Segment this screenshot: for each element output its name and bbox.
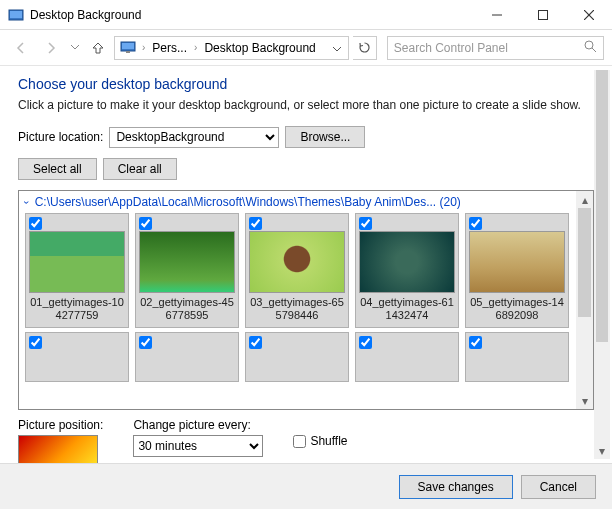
picture-thumbnail[interactable] <box>469 231 565 293</box>
cancel-button[interactable]: Cancel <box>521 475 596 499</box>
picture-checkbox[interactable] <box>249 336 262 349</box>
forward-button <box>38 35 64 61</box>
search-icon <box>584 40 597 56</box>
title-bar: Desktop Background <box>0 0 612 30</box>
picture-checkbox[interactable] <box>29 217 42 230</box>
content-scrollbar[interactable]: ▴ ▾ <box>594 70 610 459</box>
picture-item[interactable]: 01_gettyimages-104277759 <box>25 213 129 328</box>
picture-thumbnail[interactable] <box>249 231 345 293</box>
svg-rect-1 <box>10 11 22 18</box>
picture-checkbox[interactable] <box>29 336 42 349</box>
picture-item[interactable]: 02_gettyimages-456778595 <box>135 213 239 328</box>
svg-point-9 <box>585 41 593 49</box>
picture-item[interactable]: 03_gettyimages-655798446 <box>245 213 349 328</box>
svg-rect-3 <box>539 10 548 19</box>
content-area: ▴ ▾ Choose your desktop background Click… <box>0 66 612 463</box>
picture-position-label: Picture position: <box>18 418 103 432</box>
page-subtitle: Click a picture to make it your desktop … <box>18 98 594 112</box>
change-interval-label: Change picture every: <box>133 418 263 432</box>
select-all-button[interactable]: Select all <box>18 158 97 180</box>
picture-label: 05_gettyimages-146892098 <box>469 296 565 324</box>
picture-checkbox[interactable] <box>469 217 482 230</box>
folder-header[interactable]: › C:\Users\user\AppData\Local\Microsoft\… <box>19 191 576 213</box>
monitor-icon <box>119 39 137 57</box>
minimize-button[interactable] <box>474 0 520 29</box>
shuffle-label: Shuffle <box>310 434 347 448</box>
footer: Save changes Cancel <box>0 463 612 509</box>
search-input[interactable] <box>394 41 584 55</box>
save-changes-button[interactable]: Save changes <box>399 475 513 499</box>
shuffle-option[interactable]: Shuffle <box>293 434 347 448</box>
refresh-button[interactable] <box>353 36 377 60</box>
scrollbar-thumb[interactable] <box>596 70 608 342</box>
chevron-down-icon: › <box>21 201 32 204</box>
pictures-scrollbar[interactable]: ▴ ▾ <box>576 191 593 409</box>
picture-checkbox[interactable] <box>359 217 372 230</box>
scroll-up-icon[interactable]: ▴ <box>576 191 593 208</box>
scrollbar-thumb[interactable] <box>578 208 591 317</box>
scroll-down-icon[interactable]: ▾ <box>594 443 610 459</box>
back-button <box>8 35 34 61</box>
picture-label: 04_gettyimages-611432474 <box>359 296 455 324</box>
picture-checkbox[interactable] <box>359 336 372 349</box>
svg-line-10 <box>592 48 596 52</box>
picture-item[interactable] <box>465 332 569 382</box>
picture-location-label: Picture location: <box>18 130 103 144</box>
breadcrumb-seg-1[interactable]: Pers... <box>148 41 191 55</box>
app-icon <box>8 7 24 23</box>
window-title: Desktop Background <box>30 8 474 22</box>
recent-dropdown[interactable] <box>68 35 82 61</box>
change-interval-select[interactable]: 30 minutes <box>133 435 263 457</box>
chevron-right-icon[interactable]: › <box>139 42 148 53</box>
picture-thumbnail[interactable] <box>359 231 455 293</box>
picture-item[interactable] <box>355 332 459 382</box>
svg-rect-8 <box>126 51 130 53</box>
picture-item[interactable]: 04_gettyimages-611432474 <box>355 213 459 328</box>
shuffle-checkbox[interactable] <box>293 435 306 448</box>
picture-checkbox[interactable] <box>139 217 152 230</box>
picture-thumbnail[interactable] <box>139 231 235 293</box>
picture-item[interactable] <box>135 332 239 382</box>
chevron-right-icon[interactable]: › <box>191 42 200 53</box>
breadcrumb-seg-2[interactable]: Desktop Background <box>200 41 319 55</box>
browse-button[interactable]: Browse... <box>285 126 365 148</box>
picture-label: 02_gettyimages-456778595 <box>139 296 235 324</box>
close-button[interactable] <box>566 0 612 29</box>
nav-bar: › Pers... › Desktop Background <box>0 30 612 66</box>
picture-item[interactable]: 05_gettyimages-146892098 <box>465 213 569 328</box>
breadcrumb[interactable]: › Pers... › Desktop Background <box>114 36 349 60</box>
pictures-panel: › C:\Users\user\AppData\Local\Microsoft\… <box>18 190 594 410</box>
clear-all-button[interactable]: Clear all <box>103 158 177 180</box>
picture-location-select[interactable]: DesktopBackground <box>109 127 279 148</box>
folder-path: C:\Users\user\AppData\Local\Microsoft\Wi… <box>35 195 461 209</box>
picture-checkbox[interactable] <box>249 217 262 230</box>
picture-label: 03_gettyimages-655798446 <box>249 296 345 324</box>
picture-thumbnail[interactable] <box>29 231 125 293</box>
page-heading: Choose your desktop background <box>18 76 594 92</box>
picture-item[interactable] <box>25 332 129 382</box>
position-preview <box>18 435 98 463</box>
svg-rect-7 <box>122 43 134 49</box>
maximize-button[interactable] <box>520 0 566 29</box>
picture-label: 01_gettyimages-104277759 <box>29 296 125 324</box>
up-button[interactable] <box>86 36 110 60</box>
picture-checkbox[interactable] <box>469 336 482 349</box>
picture-item[interactable] <box>245 332 349 382</box>
breadcrumb-dropdown[interactable] <box>328 41 346 55</box>
scroll-down-icon[interactable]: ▾ <box>576 392 593 409</box>
picture-checkbox[interactable] <box>139 336 152 349</box>
search-box[interactable] <box>387 36 604 60</box>
